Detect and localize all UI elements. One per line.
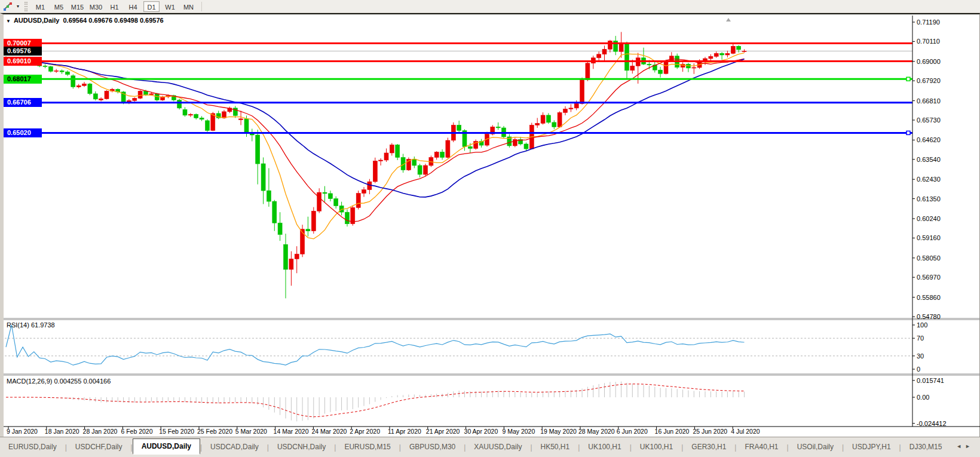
date-axis-label[interactable]: 28 Jan 2020 (83, 428, 118, 435)
timeframe-button-m30[interactable]: M30 (88, 1, 104, 12)
rsi-axis-tick[interactable]: 0 (917, 366, 920, 373)
chart-tab-ger30-h1[interactable]: GER30,H1 (683, 440, 734, 454)
price-axis-tick[interactable]: 0.59160 (917, 234, 941, 241)
price-axis-tick[interactable]: 0.63540 (917, 156, 941, 163)
chart-tab-usdjpy-h1[interactable]: USDJPY,H1 (844, 440, 899, 454)
date-axis-label[interactable]: 6 Feb 2020 (121, 428, 152, 435)
price-axis-tick[interactable]: 0.58050 (917, 254, 941, 262)
date-axis-label[interactable]: 30 Apr 2020 (464, 428, 498, 435)
chart-tab-usdcnh-daily[interactable]: USDCNH,Daily (269, 440, 334, 454)
toolbar-separator (201, 2, 202, 11)
chart-title: ▼AUDUSD,Daily 0.69564 0.69676 0.69498 0.… (6, 17, 164, 24)
chart-tab-eurusd-m15[interactable]: EURUSD,M15 (336, 440, 399, 454)
date-axis-label[interactable]: 9 Jan 2020 (7, 428, 38, 435)
support-line-green-price-badge[interactable]: 0.68017 (4, 75, 42, 84)
current-price-badge: 0.69576 (4, 47, 42, 56)
date-axis-label[interactable]: 25 Feb 2020 (197, 428, 232, 435)
price-axis-tick[interactable]: 0.54780 (917, 313, 941, 320)
title-collapse-icon[interactable]: ▼ (6, 19, 11, 24)
date-axis-label[interactable]: 5 Mar 2020 (235, 428, 267, 435)
chart-tools-dropdown-icon[interactable]: ▾ (14, 4, 22, 9)
toolbar-grip[interactable] (24, 2, 27, 11)
chart-tab-xauusd-daily[interactable]: XAUUSD,Daily (466, 440, 530, 454)
timeframe-button-m1[interactable]: M1 (32, 1, 48, 12)
macd-axis-tick[interactable]: 0.00 (917, 394, 929, 401)
timeframe-button-w1[interactable]: W1 (162, 1, 178, 12)
price-axis-tick[interactable]: 0.71190 (917, 19, 940, 26)
chart-tab-audusd-daily[interactable]: AUDUSD,Daily (133, 438, 200, 455)
chart-tab-usdchf-daily[interactable]: USDCHF,Daily (67, 440, 131, 454)
chart-tab-fra40-h1[interactable]: FRA40,H1 (736, 440, 786, 454)
price-axis-tick[interactable]: 0.64620 (917, 136, 941, 143)
chart-tab-usoil-daily[interactable]: USOil,Daily (789, 440, 842, 454)
price-axis-tick[interactable]: 0.65730 (917, 116, 941, 124)
rsi-label: RSI(14) 61.9738 (7, 321, 55, 329)
price-axis-tick[interactable]: 0.66810 (917, 97, 941, 105)
date-axis-label[interactable]: 14 Mar 2020 (274, 428, 309, 435)
timeframe-button-h4[interactable]: H4 (125, 1, 141, 12)
date-axis-label[interactable]: 21 Apr 2020 (426, 428, 460, 435)
macd-axis-tick[interactable]: -0.024412 (917, 420, 947, 427)
support-line-green-handle[interactable] (906, 77, 910, 81)
rsi-axis-tick[interactable]: 70 (917, 335, 924, 342)
price-axis-tick[interactable]: 0.69000 (917, 58, 941, 65)
date-axis-label[interactable]: 4 Jul 2020 (731, 428, 760, 435)
chart-tab-uk100-h1[interactable]: UK100,H1 (580, 440, 629, 454)
price-axis-tick[interactable]: 0.56970 (917, 274, 941, 281)
price-axis-tick[interactable]: 0.55860 (917, 294, 941, 301)
timeframe-button-mn[interactable]: MN (180, 1, 197, 12)
chart-tools-icon[interactable] (2, 1, 14, 12)
date-axis-label[interactable]: 25 Jun 2020 (693, 428, 727, 435)
chart-tab-bar: EURUSD,Daily|USDCHF,Daily|AUDUSD,Daily|U… (0, 437, 980, 457)
rsi-axis-tick[interactable]: 100 (917, 321, 927, 329)
toolbar: ▾ M1M5M15M30H1H4D1W1MN (0, 0, 980, 13)
chart-symbol-label: AUDUSD,Daily (14, 17, 59, 24)
chart-tab-usdcad-daily[interactable]: USDCAD,Daily (202, 440, 267, 454)
date-axis-label[interactable]: 9 May 2020 (502, 428, 535, 435)
chart-ohlc-values: 0.69564 0.69676 0.69498 0.69576 (63, 17, 163, 24)
date-axis-label[interactable]: 19 May 2020 (540, 428, 577, 435)
chart-tab-dj30-m15[interactable]: DJ30,M15 (901, 440, 951, 454)
rsi-line (6, 325, 745, 365)
macd-label: MACD(12,26,9) 0.004255 0.004166 (7, 378, 111, 385)
date-axis-label[interactable]: 2 Apr 2020 (350, 428, 380, 435)
chart-shift-marker-icon[interactable] (726, 18, 731, 22)
support-line-blue-2-handle[interactable] (906, 131, 910, 134)
chart-tab-gbpusd-m30[interactable]: GBPUSD,M30 (401, 440, 464, 454)
tabs-scroll-right-icon[interactable]: ► (965, 443, 974, 449)
chart-tab-hk50-h1[interactable]: HK50,H1 (532, 440, 578, 454)
rsi-axis-tick[interactable]: 30 (917, 352, 924, 360)
date-axis-label[interactable]: 15 Feb 2020 (159, 428, 194, 435)
chart-window[interactable]: ▼AUDUSD,Daily 0.69564 0.69676 0.69498 0.… (0, 13, 980, 437)
date-axis-label[interactable]: 6 Jun 2020 (617, 428, 648, 435)
chart-tab-uk100-h1[interactable]: UK100,H1 (632, 440, 681, 454)
date-axis-label[interactable]: 11 Apr 2020 (388, 428, 421, 435)
date-axis-label[interactable]: 18 Jan 2020 (45, 428, 79, 435)
resistance-line-2-price-badge[interactable]: 0.69010 (4, 57, 42, 66)
macd-axis-tick[interactable]: 0.015741 (917, 377, 944, 384)
support-line-blue-1-price-badge[interactable]: 0.66706 (4, 98, 42, 107)
price-axis-tick[interactable]: 0.70110 (917, 38, 940, 45)
timeframe-button-m5[interactable]: M5 (51, 1, 67, 12)
chart-tab-eurusd-daily[interactable]: EURUSD,Daily (0, 440, 65, 454)
price-chart-canvas[interactable] (4, 14, 980, 438)
candles[interactable] (4, 32, 747, 299)
price-axis-tick[interactable]: 0.60240 (917, 215, 941, 222)
timeframe-button-d1[interactable]: D1 (143, 1, 160, 12)
price-axis-tick[interactable]: 0.67920 (917, 77, 941, 84)
timeframe-button-m15[interactable]: M15 (69, 1, 85, 12)
price-axis-tick[interactable]: 0.61350 (917, 195, 941, 203)
support-line-blue-2-price-badge[interactable]: 0.65020 (4, 128, 42, 137)
tabs-scroll-left-icon[interactable]: ◄ (956, 443, 965, 449)
date-axis-label[interactable]: 16 Jun 2020 (655, 428, 690, 435)
timeframe-button-h1[interactable]: H1 (106, 1, 122, 12)
price-axis-tick[interactable]: 0.62430 (917, 176, 941, 183)
timeframe-buttons: M1M5M15M30H1H4D1W1MN (31, 1, 198, 12)
date-axis-label[interactable]: 28 May 2020 (578, 428, 615, 435)
date-axis-label[interactable]: 24 Mar 2020 (311, 428, 347, 435)
